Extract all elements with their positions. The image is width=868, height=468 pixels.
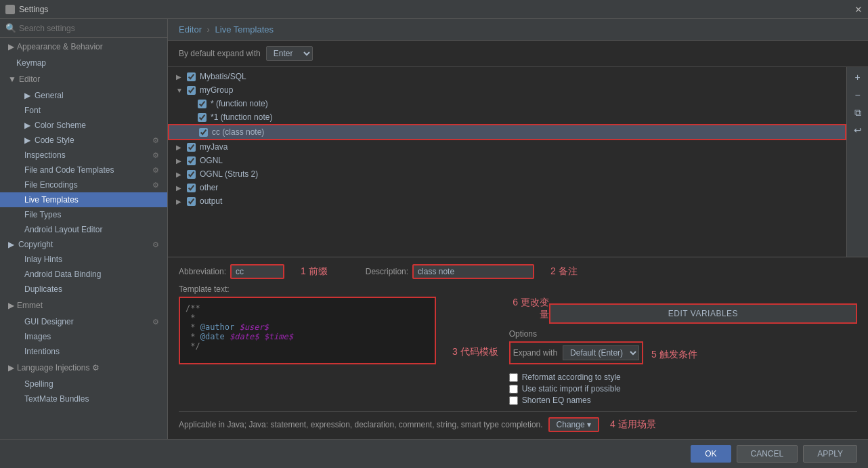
remove-button[interactable]: − bbox=[850, 87, 865, 102]
tree-item-output[interactable]: ▶ output bbox=[168, 194, 846, 208]
breadcrumb-current: Live Templates bbox=[215, 24, 274, 35]
sidebar-item-inspections[interactable]: Inspections ⚙ bbox=[0, 148, 167, 163]
sidebar-item-editor[interactable]: ▼ Editor bbox=[0, 70, 167, 88]
sidebar-item-font[interactable]: Font bbox=[0, 103, 167, 118]
sidebar-item-gui-designer[interactable]: GUI Designer ⚙ bbox=[0, 314, 167, 329]
tree-item-ognl-struts[interactable]: ▶ OGNL (Struts 2) bbox=[168, 167, 846, 181]
gear-icon: ⚙ bbox=[152, 166, 159, 175]
sidebar-item-language-injections[interactable]: ▶ Language Injections ⚙ bbox=[0, 359, 167, 377]
breadcrumb: Editor › Live Templates bbox=[168, 19, 868, 41]
edit-variables-button[interactable]: EDIT VARIABLES bbox=[549, 303, 857, 324]
tree-item-fn2[interactable]: *1 (function note) bbox=[168, 110, 846, 124]
sidebar-item-intentions[interactable]: Intentions bbox=[0, 344, 167, 359]
tree-item-checkbox[interactable] bbox=[187, 170, 196, 179]
sidebar-item-label: File Encodings bbox=[24, 180, 78, 190]
gear-icon: ⚙ bbox=[152, 136, 159, 145]
apply-button[interactable]: APPLY bbox=[803, 445, 857, 463]
reformat-label: Reformat according to style bbox=[522, 373, 621, 382]
applicable-text: Applicable in Java; Java: statement, exp… bbox=[179, 420, 543, 429]
ok-button[interactable]: OK bbox=[691, 445, 731, 463]
tree-item-label: output bbox=[200, 196, 222, 206]
tree-action-buttons: + − ⧉ ↩ bbox=[846, 67, 868, 257]
sidebar-item-spelling[interactable]: Spelling bbox=[0, 377, 167, 391]
search-input[interactable] bbox=[19, 24, 162, 33]
sidebar-item-color-scheme[interactable]: ▶ Color Scheme bbox=[0, 118, 167, 133]
description-group: Description: bbox=[366, 264, 534, 279]
chevron-right-icon: ▶ bbox=[8, 240, 14, 249]
sidebar-item-general[interactable]: ▶ General bbox=[0, 88, 167, 103]
tree-item-mygroup[interactable]: ▼ myGroup bbox=[168, 83, 846, 97]
chevron-right-icon: ▶ bbox=[24, 91, 30, 100]
template-editor[interactable]: /** * * @author $user$ * @date $date$ $t… bbox=[179, 297, 436, 364]
sidebar-item-emmet[interactable]: ▶ Emmet bbox=[0, 297, 167, 314]
tree-item-checkbox[interactable] bbox=[187, 86, 196, 95]
cancel-button[interactable]: CANCEL bbox=[737, 445, 798, 463]
sidebar-item-file-types[interactable]: File Types bbox=[0, 207, 167, 222]
right-panel: 6 更改变量 EDIT VARIABLES Options Expand wit… bbox=[509, 297, 857, 407]
sidebar-item-appearance[interactable]: ▶ Appearance & Behavior bbox=[0, 38, 167, 56]
tree-item-checkbox[interactable] bbox=[198, 113, 207, 122]
add-button[interactable]: + bbox=[850, 70, 865, 85]
sidebar-item-label: Keymap bbox=[16, 58, 46, 68]
tree-item-other[interactable]: ▶ other bbox=[168, 181, 846, 194]
sidebar-item-android-data-binding[interactable]: Android Data Binding bbox=[0, 267, 167, 282]
gear-icon: ⚙ bbox=[92, 363, 100, 373]
chevron-right-icon: ▶ bbox=[176, 184, 183, 192]
close-button[interactable]: ✕ bbox=[854, 4, 863, 15]
expand-with-select[interactable]: Default (Enter) Enter Tab Space bbox=[563, 345, 639, 360]
annotation-6: 6 更改变量 bbox=[509, 297, 549, 321]
tree-item-checkbox[interactable] bbox=[198, 100, 207, 108]
abbreviation-input[interactable] bbox=[230, 264, 284, 279]
tree-item-fn1[interactable]: * (function note) bbox=[168, 97, 846, 110]
breadcrumb-parent[interactable]: Editor bbox=[179, 24, 202, 35]
tree-item-checkbox[interactable] bbox=[187, 72, 196, 81]
abbreviation-group: Abbreviation: bbox=[179, 264, 284, 279]
description-input[interactable] bbox=[412, 264, 534, 279]
search-bar[interactable]: 🔍 bbox=[0, 19, 167, 38]
tree-item-cc[interactable]: cc (class note) bbox=[168, 124, 846, 140]
change-button[interactable]: Change ▾ bbox=[548, 417, 599, 432]
title-bar: Settings ✕ bbox=[0, 0, 868, 19]
sidebar-item-code-style[interactable]: ▶ Code Style ⚙ bbox=[0, 133, 167, 148]
sidebar-item-duplicates[interactable]: Duplicates bbox=[0, 282, 167, 297]
reset-button[interactable]: ↩ bbox=[850, 123, 865, 137]
description-label: Description: bbox=[366, 267, 408, 276]
shorten-eq-checkbox[interactable] bbox=[509, 396, 518, 405]
tree-item-ognl[interactable]: ▶ OGNL bbox=[168, 154, 846, 167]
chevron-right-icon: ▶ bbox=[8, 301, 14, 310]
sidebar-item-keymap[interactable]: Keymap bbox=[0, 56, 167, 70]
tree-item-checkbox[interactable] bbox=[187, 197, 196, 206]
sidebar-item-textmate-bundles[interactable]: TextMate Bundles bbox=[0, 391, 167, 406]
annotation-2: 2 备注 bbox=[550, 265, 578, 278]
reformat-checkbox[interactable] bbox=[509, 373, 518, 382]
tree-item-checkbox[interactable] bbox=[187, 143, 196, 152]
sidebar-item-label: Android Layout Editor bbox=[24, 225, 102, 234]
tree-item-label: OGNL (Struts 2) bbox=[200, 169, 258, 179]
sidebar-item-live-templates[interactable]: Live Templates bbox=[0, 192, 167, 207]
tree-item-checkbox[interactable] bbox=[187, 156, 196, 165]
sidebar-item-file-encodings[interactable]: File Encodings ⚙ bbox=[0, 177, 167, 192]
tree-item-checkbox[interactable] bbox=[199, 128, 208, 137]
sidebar-item-copyright[interactable]: ▶ Copyright ⚙ bbox=[0, 237, 167, 252]
tree-item-myjava[interactable]: ▶ myJava bbox=[168, 140, 846, 154]
sidebar-item-images[interactable]: Images bbox=[0, 329, 167, 344]
template-text-label: Template text: bbox=[179, 284, 857, 294]
sidebar-item-inlay-hints[interactable]: Inlay Hints bbox=[0, 252, 167, 267]
sidebar-item-label: Emmet bbox=[17, 301, 43, 310]
static-import-checkbox[interactable] bbox=[509, 385, 518, 393]
tree-item-checkbox[interactable] bbox=[187, 184, 196, 192]
sidebar-item-file-code-templates[interactable]: File and Code Templates ⚙ bbox=[0, 163, 167, 177]
sidebar-item-label: Editor bbox=[19, 75, 40, 84]
settings-app-icon bbox=[5, 5, 15, 14]
title-bar-title: Settings bbox=[19, 5, 48, 14]
settings-body: By default expand with Enter Tab Space ▶… bbox=[168, 41, 868, 439]
tree-item-mybatis[interactable]: ▶ Mybatis/SQL bbox=[168, 70, 846, 83]
chevron-right-icon: ▶ bbox=[24, 135, 30, 145]
copy-button[interactable]: ⧉ bbox=[850, 105, 865, 120]
expand-with-select[interactable]: Enter Tab Space bbox=[266, 46, 313, 61]
sidebar-item-android-layout[interactable]: Android Layout Editor bbox=[0, 222, 167, 237]
shorten-eq-checkbox-row: Shorten EQ names bbox=[509, 396, 857, 405]
gear-icon: ⚙ bbox=[152, 240, 159, 249]
expand-with-label: Expand with bbox=[513, 348, 557, 358]
sidebar-item-label: Intentions bbox=[24, 347, 60, 356]
